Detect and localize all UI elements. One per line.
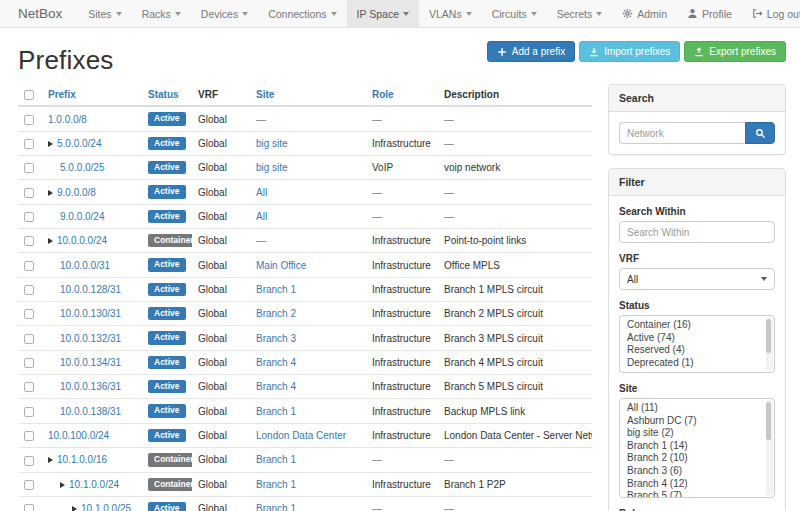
filter-option[interactable]: All (11): [620, 402, 774, 415]
prefix-link[interactable]: 10.1.0.0/25: [81, 503, 131, 511]
nav-item-log-out[interactable]: Log out: [742, 0, 800, 27]
scrollbar-thumb[interactable]: [766, 319, 771, 353]
description-text: Office MPLS: [444, 260, 500, 271]
column-header-prefix[interactable]: Prefix: [42, 84, 142, 106]
tree-indent: [48, 170, 60, 171]
site-cell: —: [250, 106, 366, 131]
site-link[interactable]: big site: [256, 162, 288, 173]
prefix-link[interactable]: 10.0.0.138/31: [60, 406, 121, 417]
column-header-site[interactable]: Site: [250, 84, 366, 106]
prefix-link[interactable]: 10.0.0.134/31: [60, 357, 121, 368]
row-checkbox[interactable]: [24, 236, 34, 246]
status-cell: Active: [142, 180, 192, 204]
site-link[interactable]: All: [256, 187, 267, 198]
filter-option[interactable]: Container (16): [620, 319, 774, 332]
vrf-select[interactable]: All: [619, 268, 775, 290]
row-checkbox[interactable]: [24, 309, 34, 319]
row-checkbox[interactable]: [24, 504, 34, 511]
site-link[interactable]: Main Office: [256, 260, 306, 271]
scrollbar-track[interactable]: [766, 400, 773, 496]
site-link[interactable]: Branch 1: [256, 503, 296, 511]
prefix-link[interactable]: 10.0.0.128/31: [60, 284, 121, 295]
prefix-link[interactable]: 1.0.0.0/8: [48, 114, 87, 125]
site-link[interactable]: London Data Center: [256, 430, 346, 441]
export-prefixes-button[interactable]: Export prefixes: [684, 41, 786, 62]
site-cell: big site: [250, 131, 366, 155]
prefix-link[interactable]: 10.1.0.0/16: [57, 454, 107, 465]
nav-item-admin[interactable]: Admin: [612, 0, 677, 27]
row-checkbox[interactable]: [24, 115, 34, 125]
status-cell: Active: [142, 156, 192, 180]
brand-logo[interactable]: NetBox: [0, 0, 78, 27]
site-link[interactable]: Branch 1: [256, 454, 296, 465]
filter-option[interactable]: Branch 3 (6): [620, 465, 774, 478]
row-checkbox[interactable]: [24, 456, 34, 466]
row-checkbox[interactable]: [24, 407, 34, 417]
nav-item-connections[interactable]: Connections: [258, 0, 346, 27]
select-all-checkbox[interactable]: [24, 90, 34, 100]
prefix-link[interactable]: 5.0.0.0/25: [60, 162, 104, 173]
column-header-role[interactable]: Role: [366, 84, 438, 106]
nav-item-ip-space[interactable]: IP Space: [347, 0, 419, 27]
filter-option[interactable]: Branch 2 (10): [620, 452, 774, 465]
site-link[interactable]: Branch 4: [256, 357, 296, 368]
prefix-link[interactable]: 10.0.100.0/24: [48, 430, 109, 441]
prefix-link[interactable]: 9.0.0.0/8: [57, 187, 96, 198]
row-checkbox[interactable]: [24, 431, 34, 441]
site-link[interactable]: Branch 1: [256, 284, 296, 295]
row-checkbox[interactable]: [24, 480, 34, 490]
nav-item-secrets[interactable]: Secrets: [547, 0, 613, 27]
filter-option[interactable]: Reserved (4): [620, 344, 774, 357]
prefix-link[interactable]: 10.0.0.0/31: [60, 260, 110, 271]
prefix-link[interactable]: 10.0.0.0/24: [57, 235, 107, 246]
filter-option[interactable]: Deprecated (1): [620, 357, 774, 370]
chevron-down-icon: [175, 12, 181, 16]
prefix-link[interactable]: 5.0.0.0/24: [57, 138, 101, 149]
filter-option[interactable]: Ashburn DC (7): [620, 415, 774, 428]
search-within-input[interactable]: [619, 221, 775, 243]
description-cell: Backup MPLS link: [438, 399, 592, 423]
nav-item-sites[interactable]: Sites: [78, 0, 131, 27]
site-link[interactable]: big site: [256, 138, 288, 149]
scrollbar-thumb[interactable]: [766, 402, 771, 440]
row-checkbox[interactable]: [24, 334, 34, 344]
site-link[interactable]: Branch 3: [256, 333, 296, 344]
nav-item-vlans[interactable]: VLANs: [419, 0, 482, 27]
row-checkbox[interactable]: [24, 163, 34, 173]
filter-option[interactable]: Branch 4 (12): [620, 478, 774, 491]
import-prefixes-button[interactable]: Import prefixes: [579, 41, 680, 62]
site-link[interactable]: All: [256, 211, 267, 222]
filter-option[interactable]: Branch 5 (7): [620, 490, 774, 498]
site-link[interactable]: Branch 4: [256, 381, 296, 392]
site-link[interactable]: Branch 1: [256, 406, 296, 417]
row-checkbox[interactable]: [24, 285, 34, 295]
checkbox-column-header: [18, 84, 42, 106]
prefix-link[interactable]: 10.0.0.130/31: [60, 308, 121, 319]
filter-option[interactable]: big site (2): [620, 427, 774, 440]
prefix-link[interactable]: 10.0.0.132/31: [60, 333, 121, 344]
scrollbar-track[interactable]: [766, 317, 773, 371]
nav-item-profile[interactable]: Profile: [677, 0, 742, 27]
checkbox-cell: [18, 350, 42, 374]
site-link[interactable]: Branch 2: [256, 308, 296, 319]
empty-site: —: [256, 114, 266, 125]
row-checkbox[interactable]: [24, 212, 34, 222]
column-header-status[interactable]: Status: [142, 84, 192, 106]
row-checkbox[interactable]: [24, 382, 34, 392]
filter-option[interactable]: Active (74): [620, 332, 774, 345]
site-link[interactable]: Branch 1: [256, 479, 296, 490]
nav-item-devices[interactable]: Devices: [191, 0, 258, 27]
nav-item-circuits[interactable]: Circuits: [482, 0, 547, 27]
row-checkbox[interactable]: [24, 261, 34, 271]
row-checkbox[interactable]: [24, 358, 34, 368]
search-button[interactable]: [745, 122, 775, 144]
row-checkbox[interactable]: [24, 139, 34, 149]
row-checkbox[interactable]: [24, 188, 34, 198]
prefix-link[interactable]: 10.0.0.136/31: [60, 381, 121, 392]
nav-item-racks[interactable]: Racks: [132, 0, 191, 27]
filter-option[interactable]: Branch 1 (14): [620, 440, 774, 453]
prefix-link[interactable]: 10.1.0.0/24: [69, 479, 119, 490]
add-a-prefix-button[interactable]: Add a prefix: [487, 41, 575, 62]
prefix-link[interactable]: 9.0.0.0/24: [60, 211, 104, 222]
search-input[interactable]: [619, 122, 745, 144]
